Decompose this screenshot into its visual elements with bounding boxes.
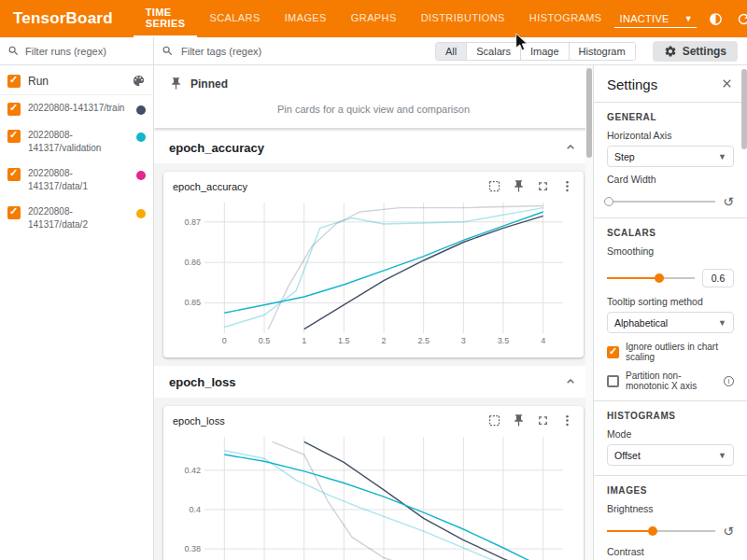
tooltip-sorting-value: Alphabetical (614, 317, 668, 329)
section-body-epoch-accuracy: epoch_accuracy 00.511.522.533.540.850.86… (154, 163, 593, 366)
pin-icon[interactable] (512, 413, 526, 427)
pinned-title: Pinned (190, 77, 228, 91)
horizontal-axis-dropdown[interactable]: Step ▼ (607, 146, 734, 167)
brightness-slider[interactable] (607, 530, 715, 532)
slider-thumb[interactable] (604, 197, 613, 206)
slider-thumb[interactable] (655, 273, 664, 283)
info-icon[interactable]: i (724, 376, 734, 386)
more-options-icon[interactable] (560, 413, 574, 427)
select-all-runs-checkbox[interactable] (7, 75, 21, 88)
refresh-icon[interactable] (736, 10, 747, 27)
run-color-dot (136, 105, 146, 115)
partition-x-axis-label: Partition non-monotonic X axis (626, 371, 717, 391)
run-checkbox[interactable] (7, 103, 21, 116)
filter-runs-input[interactable] (25, 46, 146, 57)
tooltip-sorting-label: Tooltip sorting method (607, 296, 734, 307)
tag-filter-image[interactable]: Image (520, 43, 569, 60)
section-title: epoch_loss (169, 375, 236, 389)
epoch-accuracy-chart[interactable]: 00.511.522.533.540.850.860.87 (173, 195, 572, 350)
search-icon (7, 45, 20, 57)
tab-distributions[interactable]: DISTRIBUTIONS (409, 0, 517, 37)
svg-text:2.5: 2.5 (417, 336, 430, 345)
svg-text:2: 2 (381, 336, 386, 345)
svg-text:4: 4 (541, 336, 545, 345)
chevron-up-icon[interactable] (563, 140, 578, 155)
card-width-slider[interactable] (607, 201, 715, 203)
tooltip-sorting-dropdown[interactable]: Alphabetical ▼ (607, 312, 734, 333)
tensorboard-app: TensorBoard TIME SERIES SCALARS IMAGES G… (0, 0, 747, 560)
runs-column-header: Run (0, 65, 153, 95)
divider (594, 475, 747, 476)
pinned-section: Pinned Pin cards for a quick view and co… (154, 65, 593, 128)
chevron-down-icon: ▼ (718, 451, 726, 460)
main-scrollbar[interactable] (585, 65, 593, 560)
run-color-dot (136, 133, 146, 142)
fullscreen-icon[interactable] (536, 179, 550, 193)
tab-graphs[interactable]: GRAPHS (339, 0, 409, 37)
slider-thumb[interactable] (648, 526, 657, 536)
run-row[interactable]: 20220808-141317/train (0, 95, 153, 122)
filter-runs-row (0, 37, 153, 65)
tab-scalars[interactable]: SCALARS (197, 0, 272, 37)
partition-x-axis-checkbox[interactable] (607, 375, 619, 387)
section-header-epoch-accuracy[interactable]: epoch_accuracy (154, 132, 593, 163)
histogram-mode-dropdown[interactable]: Offset ▼ (607, 444, 734, 466)
search-icon (162, 45, 174, 57)
ignore-outliers-row[interactable]: Ignore outliers in chart scaling (607, 342, 734, 362)
tag-filter-all[interactable]: All (436, 43, 466, 60)
run-checkbox[interactable] (7, 206, 21, 219)
histogram-mode-value: Offset (614, 450, 641, 461)
pinned-empty-message: Pin cards for a quick view and compariso… (154, 98, 593, 117)
run-checkbox[interactable] (7, 130, 21, 143)
run-name: 20220808-141317/validation (28, 129, 129, 154)
run-row[interactable]: 20220808-141317/data/2 (0, 199, 153, 237)
fullscreen-icon[interactable] (536, 413, 550, 427)
theme-toggle-icon[interactable] (708, 10, 725, 27)
fit-to-data-icon[interactable] (487, 413, 501, 427)
pin-icon[interactable] (512, 179, 526, 193)
palette-icon[interactable] (132, 74, 146, 88)
reset-icon[interactable]: ↺ (723, 195, 734, 208)
ignore-outliers-label: Ignore outliers in chart scaling (626, 342, 734, 362)
run-color-dot (136, 171, 146, 180)
svg-text:0.85: 0.85 (184, 298, 201, 307)
section-title: epoch_accuracy (169, 141, 264, 155)
tags-toolbar: All Scalars Image Histogram Settings (154, 37, 747, 65)
smoothing-value-input[interactable] (702, 269, 734, 287)
section-header-epoch-loss[interactable]: epoch_loss (154, 366, 593, 398)
partition-x-axis-row[interactable]: Partition non-monotonic X axis i (607, 371, 734, 391)
reset-icon[interactable]: ↺ (723, 525, 734, 538)
svg-text:1.5: 1.5 (338, 336, 350, 345)
main-scrollbar-thumb[interactable] (586, 68, 592, 158)
runs-list: 20220808-141317/train 20220808-141317/va… (0, 95, 153, 237)
card-title: epoch_accuracy (173, 181, 247, 192)
filter-tags-input[interactable] (181, 46, 428, 57)
settings-button[interactable]: Settings (653, 41, 738, 62)
close-icon[interactable] (720, 77, 734, 92)
svg-text:3: 3 (461, 336, 466, 345)
run-row[interactable]: 20220808-141317/data/1 (0, 161, 153, 199)
tab-images[interactable]: IMAGES (273, 0, 339, 37)
ignore-outliers-checkbox[interactable] (607, 346, 619, 358)
run-row[interactable]: 20220808-141317/validation (0, 122, 153, 161)
divider (594, 102, 747, 103)
svg-text:1: 1 (302, 336, 306, 345)
tab-time-series[interactable]: TIME SERIES (134, 0, 198, 37)
reload-status-value: INACTIVE (620, 13, 669, 24)
scalar-card-epoch-accuracy: epoch_accuracy 00.511.522.533.540.850.86… (163, 172, 584, 357)
smoothing-slider[interactable] (607, 277, 695, 279)
settings-panel-title: Settings (607, 77, 657, 92)
epoch-loss-chart[interactable]: 00.511.522.533.540.360.380.40.42 (173, 429, 572, 560)
tag-filter-scalars[interactable]: Scalars (466, 43, 520, 60)
page-scrollbar-thumb[interactable] (741, 69, 747, 149)
chevron-up-icon[interactable] (563, 374, 578, 389)
gear-icon (664, 45, 677, 58)
more-options-icon[interactable] (560, 179, 574, 193)
tag-filter-histogram[interactable]: Histogram (569, 43, 635, 60)
fit-to-data-icon[interactable] (487, 179, 501, 193)
settings-heading-histograms: HISTOGRAMS (607, 411, 734, 421)
tab-histograms[interactable]: HISTOGRAMS (517, 0, 614, 37)
tag-type-filter-group: All Scalars Image Histogram (435, 42, 636, 61)
run-checkbox[interactable] (7, 168, 21, 181)
reload-status-dropdown[interactable]: INACTIVE ▼ (614, 10, 697, 28)
